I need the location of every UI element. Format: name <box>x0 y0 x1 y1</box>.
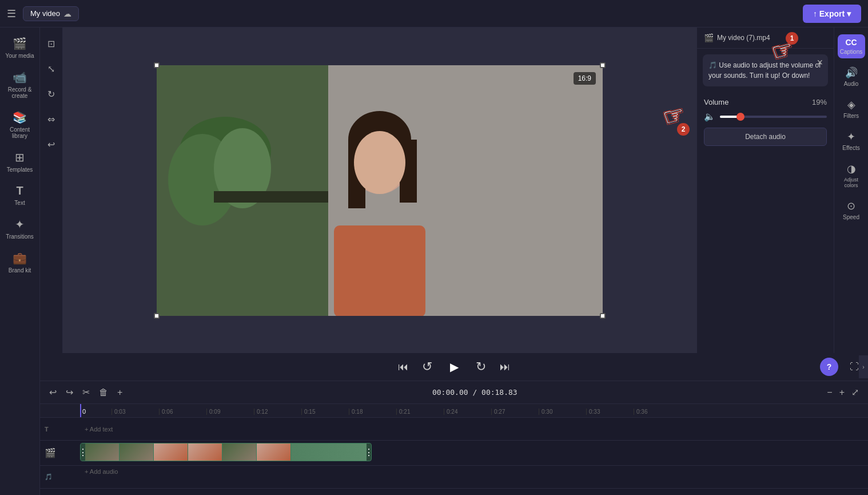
captions-label: Captions <box>840 49 862 55</box>
delete-button[interactable]: 🗑 <box>97 385 110 400</box>
zoom-group: − + ⤢ <box>825 385 861 400</box>
sidebar-item-content-library[interactable]: 📚 Content library <box>3 106 37 144</box>
zoom-in-button[interactable]: + <box>837 385 847 400</box>
resize-tool[interactable]: ⤡ <box>42 60 61 78</box>
skip-back-button[interactable]: ⏮ <box>396 359 411 375</box>
rotate-tool[interactable]: ↻ <box>42 85 61 103</box>
svg-rect-12 <box>334 225 425 316</box>
forward-button[interactable]: ↻ <box>473 357 488 377</box>
clip-thumbnail-2 <box>120 443 154 461</box>
audio-panel-icon[interactable]: 🔊 Audio <box>838 63 865 90</box>
timeline-toolbar: ↩ ↪ ✂ 🗑 + 00:00.00 / 00:18.83 − + ⤢ <box>40 381 868 404</box>
playhead[interactable] <box>80 404 81 417</box>
text-track-content[interactable]: + Add text <box>80 418 868 440</box>
canvas-handle-bl[interactable] <box>154 313 160 319</box>
project-name-field[interactable]: My video ☁ <box>23 6 79 21</box>
adjust-colors-icon: ◑ <box>847 163 856 175</box>
ruler-tick-21: 0:21 <box>396 409 444 415</box>
timeline-area: ↩ ↪ ✂ 🗑 + 00:00.00 / 00:18.83 − + ⤢ <box>40 381 868 495</box>
aspect-ratio-badge: 16:9 <box>574 72 596 85</box>
file-name: My video (7).mp4 <box>717 34 770 42</box>
effects-icon: ✦ <box>847 130 855 143</box>
flip-tool[interactable]: ⇔ <box>42 110 61 128</box>
right-icons-column: CC Captions 🔊 Audio ◈ Filters ✦ Effects … <box>834 27 868 353</box>
clip-thumbnail-5 <box>222 443 257 461</box>
clip-right-handle[interactable]: ⋮ <box>367 443 371 461</box>
sidebar-item-brand-kit[interactable]: 💼 Brand kit <box>3 247 37 278</box>
audio-track-label: 🎵 <box>40 473 80 481</box>
crop-tool[interactable]: ⊡ <box>42 34 61 53</box>
sidebar-item-label-your-media: Your media <box>5 53 34 59</box>
collapse-panel-button[interactable]: › <box>859 355 868 378</box>
effects-panel-icon[interactable]: ✦ Effects <box>838 127 865 155</box>
skip-forward-button[interactable]: ⏭ <box>497 359 512 375</box>
undo-button[interactable]: ↩ <box>47 385 59 400</box>
captions-panel-icon[interactable]: CC Captions <box>838 34 865 58</box>
clip-thumbnail-6 <box>257 443 291 461</box>
menu-icon[interactable]: ☰ <box>7 7 16 20</box>
zoom-out-button[interactable]: − <box>825 385 834 400</box>
svg-rect-6 <box>214 191 328 203</box>
filters-label: Filters <box>843 113 859 119</box>
ruler-tick-36: 0:36 <box>634 409 681 415</box>
audio-track-row: 🎵 + Add audio <box>40 466 868 489</box>
detach-audio-button[interactable]: Detach audio <box>704 128 827 146</box>
svg-point-11 <box>354 131 405 194</box>
help-button[interactable]: ? <box>820 358 838 376</box>
adjust-colors-label: Adjust colors <box>840 177 863 188</box>
sidebar-item-label-content-library: Content library <box>5 126 35 139</box>
video-clip[interactable]: ⋮ ⋮ <box>80 443 372 461</box>
clip-thumbnail-1 <box>85 443 120 461</box>
canvas-handle-tr[interactable] <box>600 62 606 68</box>
video-preview <box>157 65 603 316</box>
hint-emoji: 🎵 <box>708 61 717 69</box>
sidebar-item-your-media[interactable]: 🎬 Your media <box>3 32 37 64</box>
canvas-handle-tl[interactable] <box>154 62 160 68</box>
fullscreen-button[interactable]: ⛶ <box>850 362 859 372</box>
current-time: 00:00.00 <box>432 388 468 397</box>
speed-panel-icon[interactable]: ⊙ Speed <box>838 196 865 224</box>
clip-left-handle[interactable]: ⋮ <box>81 443 85 461</box>
volume-label: Volume <box>704 98 728 106</box>
redo-button[interactable]: ↪ <box>63 385 75 400</box>
video-canvas[interactable] <box>157 65 603 316</box>
sidebar-item-transitions[interactable]: ✦ Transitions <box>3 213 37 244</box>
audio-track-content[interactable]: + Add audio <box>80 466 868 488</box>
save-icon[interactable]: ☁ <box>63 9 71 18</box>
sidebar-item-record-create[interactable]: 📹 Record & create <box>3 66 37 104</box>
expand-timeline-button[interactable]: ⤢ <box>849 385 861 400</box>
hint-close-button[interactable]: ✕ <box>817 58 823 67</box>
ruler-tick-33: 0:33 <box>586 409 634 415</box>
video-svg <box>157 65 603 316</box>
add-audio-button[interactable]: + Add audio <box>80 468 122 475</box>
speed-icon: ⊙ <box>847 200 855 212</box>
sidebar-item-label-brand-kit: Brand kit <box>9 267 31 274</box>
captions-icon: CC <box>845 38 857 47</box>
rewind-button[interactable]: ↺ <box>420 357 435 377</box>
filters-panel-icon[interactable]: ◈ Filters <box>838 95 865 122</box>
sidebar-item-templates[interactable]: ⊞ Templates <box>3 146 37 177</box>
back-tool[interactable]: ↩ <box>42 135 61 153</box>
sidebar-item-text[interactable]: T Text <box>3 180 37 211</box>
ruler-ticks: 0 0:03 0:06 0:09 0:12 0:15 0:18 0:21 0:2… <box>40 408 681 415</box>
volume-slider-track[interactable] <box>720 116 827 118</box>
timeline-tracks: T + Add text 🎬 ⋮ <box>40 418 868 495</box>
project-name-text: My video <box>30 9 60 18</box>
effects-label: Effects <box>842 145 859 151</box>
play-button[interactable]: ▶ <box>444 357 464 377</box>
export-button[interactable]: ↑ Export ▾ <box>803 5 861 23</box>
ruler-tick-30: 0:30 <box>539 409 586 415</box>
volume-slider-thumb[interactable] <box>736 113 744 121</box>
your-media-icon: 🎬 <box>13 37 27 50</box>
add-clip-button[interactable]: + <box>115 385 125 400</box>
clip-thumbnail-3 <box>154 443 188 461</box>
add-text-button[interactable]: + Add text <box>80 426 117 433</box>
content-area: ⊡ ⤡ ↻ ⇔ ↩ <box>40 27 868 495</box>
cut-button[interactable]: ✂ <box>80 385 92 400</box>
text-icon: T <box>16 184 23 197</box>
adjust-colors-panel-icon[interactable]: ◑ Adjust colors <box>838 159 865 192</box>
clip-thumbnail-4 <box>188 443 222 461</box>
canvas-wrapper: 16:9 <box>63 27 696 353</box>
sidebar-item-label-text: Text <box>14 200 25 206</box>
canvas-handle-br[interactable] <box>600 313 606 319</box>
